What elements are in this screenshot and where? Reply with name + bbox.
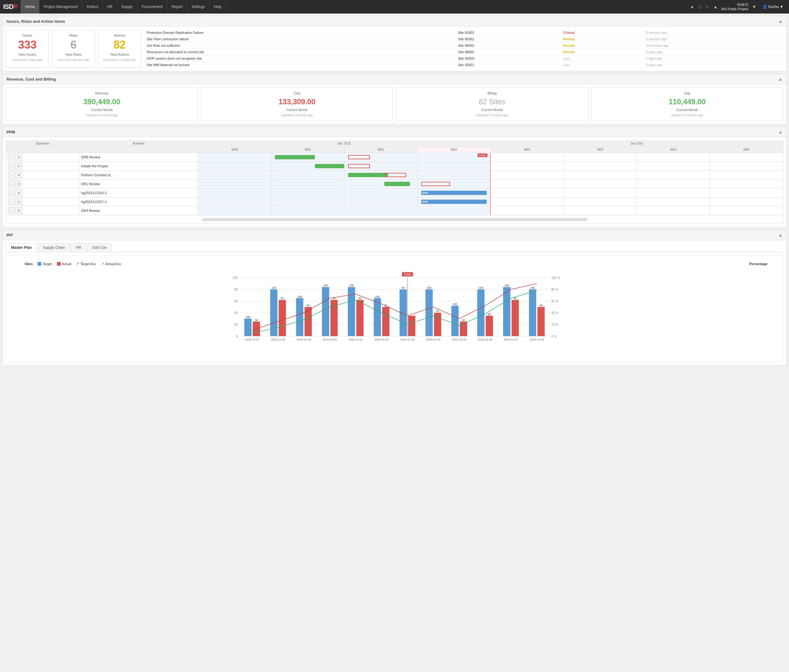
target-bar-label: 50 [402,286,405,290]
target-icon [38,262,41,266]
nav-report[interactable]: Report [167,0,187,14]
alert-desc: Resources not allocated to correct site [144,49,455,55]
gantt-bar [315,164,344,168]
y-label-left: 100 [232,276,238,280]
target-acc-legend: ↗ Target Acc [76,262,96,266]
y-label-left: 20 [234,323,238,326]
target-legend: Target [38,262,52,266]
risks-updated: Last risk 5 minutes ago [57,58,90,61]
gantt-close-btn[interactable]: ✕ [15,163,22,170]
target-bar-label: 100 [375,295,380,298]
alert-row: Protection Domain Replication Failure Si… [144,30,783,36]
globe-icon[interactable]: ○ [705,4,710,9]
camera-icon[interactable]: ▲ [712,4,719,9]
gantt-week-cell-2 [344,153,417,162]
nav-procurement[interactable]: Procurement [137,0,168,14]
gantt-week-cell-4 [490,197,564,206]
tab-master-plan[interactable]: Master Plan [6,243,37,252]
gantt-close-btn[interactable]: ✕ [15,181,22,187]
gantt-op-cell: ↓✕ [6,189,79,197]
target-bar-label: 100 [272,286,276,290]
gantt-close-btn[interactable]: ✕ [15,189,22,196]
gantt-download-btn[interactable]: ↓ [8,163,15,170]
cost-updated: Updated 5 minutes ago [208,114,387,117]
target-bar-label: 100 [504,284,509,287]
alert-site: Site 45821 [455,62,561,68]
gantt-bar [348,155,370,159]
gantt-download-btn[interactable]: ↓ [8,154,15,160]
nav-rollout[interactable]: Rollout [82,0,103,14]
gantt-week-cell-7 [710,179,783,189]
gantt-week-cell-0 [198,153,271,162]
actual-bar [486,316,493,336]
gantt-scrollbar[interactable] [202,218,588,221]
gantt-week-cell-0 [198,162,271,171]
actual-acc-line [252,291,537,333]
ipp-title: IPP [6,233,13,237]
billing-value: 82 Sites [402,98,582,106]
alert-status: Low [561,62,644,68]
actual-bar-label: 50 [462,318,465,322]
user-menu[interactable]: 👤 Sunhu ▼ [760,5,786,9]
x-label: 2015-12-27 [504,338,518,341]
tab-sub-con[interactable]: Sub Con [87,243,112,252]
target-acc-label: Target Acc [80,262,96,266]
actions-value: 82 [103,38,136,51]
gantt-container: Operation Activities Dec 2015 Jan 2016 W… [6,140,783,224]
notification-icon[interactable]: □ [697,4,702,9]
revenue-title: Revenue, Cost and Billing [6,77,56,82]
gantt-week-cell-2 [344,206,417,215]
gantt-table: Operation Activities Dec 2015 Jan 2016 W… [6,140,783,224]
w51-header: W51 [344,147,417,153]
nav-supply[interactable]: Supply [117,0,137,14]
issues-updated: Last issue 3 days ago [11,58,44,61]
revenue-header: Revenue, Cost and Billing ▲ [3,74,786,84]
target-bar [426,290,433,336]
target-bar [322,287,329,336]
gantt-week-cell-5 [564,197,637,206]
nav-settings[interactable]: Settings [187,0,209,14]
gantt-week-cell-7 [710,197,783,206]
org-icon[interactable]: ♠ [690,4,695,9]
chart-svg: 00 %2020 %4040 %6060 %8080 %100100 %Toda… [25,269,767,349]
tab-hr[interactable]: HR [71,243,86,252]
gantt-close-btn[interactable]: ✕ [15,198,22,205]
gantt-download-btn[interactable]: ↓ [8,198,15,205]
gantt-download-btn[interactable]: ↓ [8,189,15,196]
nav-hr[interactable]: HR [103,0,117,14]
gantt-close-btn[interactable]: ✕ [15,207,22,214]
gantt-download-btn[interactable]: ↓ [8,181,15,187]
gantt-week-cell-2 [344,162,417,171]
nav-project-management[interactable]: Project Management [39,0,82,14]
issues-collapse[interactable]: ▲ [778,19,783,24]
actual-bar-label: 50 [281,297,284,300]
ppm-collapse[interactable]: ▲ [778,130,783,134]
gantt-download-btn[interactable]: ↓ [8,171,15,178]
actual-bar [537,307,545,336]
gantt-download-btn[interactable]: ↓ [8,207,15,214]
actual-acc-icon: ↗ [101,262,104,266]
y-label-right: 40 % [551,311,558,315]
gantt-activity-name: Perform Contract H... [79,171,198,179]
gap-card: Gap 110,449.00 Current Month Updated 5 m… [591,87,783,121]
nav-home[interactable]: Home [21,0,39,14]
target-bar [477,290,485,336]
gantt-week-cell-0 [198,206,271,215]
actual-icon [57,262,61,266]
project-dropdown[interactable]: ▼ [751,4,758,9]
target-bar-label: 100 [297,295,302,298]
revenue-collapse[interactable]: ▲ [778,77,783,82]
gantt-close-btn[interactable]: ✕ [15,154,22,160]
gantt-close-btn[interactable]: ✕ [15,171,22,178]
nav-help[interactable]: Help [210,0,226,14]
tab-supply-chain[interactable]: Supply Chain [38,243,70,252]
act-header: Activities [79,141,198,147]
revenue-body: Revenue 390,449.00 Current Month Updated… [3,84,786,124]
ipp-collapse[interactable]: ▲ [778,232,783,237]
actions-label: Actions [103,34,136,37]
target-bar [244,318,252,336]
revenue-updated: Updated 5 minutes ago [12,114,192,117]
actions-updated: Last action 11 days ago [103,58,136,61]
gantt-week-cell-7 [710,189,783,197]
actual-bar-label: 50 [255,318,258,322]
